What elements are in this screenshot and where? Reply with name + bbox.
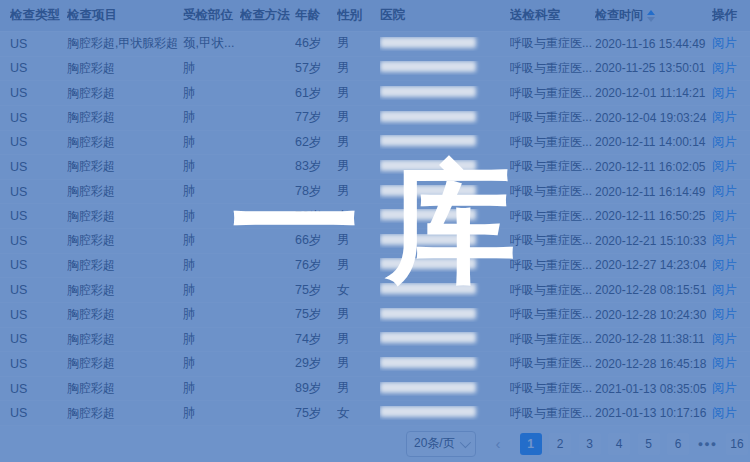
redacted-hospital-bar <box>380 61 476 72</box>
table-row: US胸腔彩超肺89岁男呼吸与重症医...2021-01-13 08:35:05阅… <box>0 377 750 402</box>
cell-action: 阅片 <box>712 257 750 274</box>
view-film-link[interactable]: 阅片 <box>712 258 737 272</box>
cell-part: 肺 <box>183 208 240 225</box>
cell-action: 阅片 <box>712 208 750 225</box>
page-ellipsis[interactable]: ●●● <box>697 433 719 455</box>
view-film-link[interactable]: 阅片 <box>712 61 737 75</box>
view-film-link[interactable]: 阅片 <box>712 283 737 297</box>
cell-type: US <box>10 37 67 51</box>
cell-item: 胸腔彩超 <box>67 158 183 175</box>
prev-page-button[interactable]: ‹ <box>490 433 506 455</box>
cell-gender: 男 <box>337 232 380 249</box>
view-film-link[interactable]: 阅片 <box>712 381 737 395</box>
page-button-2[interactable]: 2 <box>549 433 571 455</box>
cell-type: US <box>10 357 67 371</box>
cell-time: 2020-12-11 16:50:25 <box>595 209 712 223</box>
column-label: 医院 <box>380 8 405 22</box>
column-label: 受检部位 <box>183 8 233 22</box>
table-row: US胸腔彩超肺74岁男呼吸与重症医...2020-12-28 11:38:11阅… <box>0 328 750 353</box>
page-size-value: 20条/页 <box>414 435 455 452</box>
cell-action: 阅片 <box>712 158 750 175</box>
view-film-link[interactable]: 阅片 <box>712 110 737 124</box>
cell-time: 2020-12-28 16:45:18 <box>595 357 712 371</box>
page-button-3[interactable]: 3 <box>579 433 601 455</box>
view-film-link[interactable]: 阅片 <box>712 406 737 420</box>
view-film-link[interactable]: 阅片 <box>712 307 737 321</box>
view-film-link[interactable]: 阅片 <box>712 233 737 247</box>
view-film-link[interactable]: 阅片 <box>712 159 737 173</box>
page-button-6[interactable]: 6 <box>667 433 689 455</box>
cell-time: 2021-01-13 10:17:16 <box>595 406 712 420</box>
cell-item: 胸腔彩超 <box>67 380 183 397</box>
redacted-hospital-bar <box>380 234 476 245</box>
view-film-link[interactable]: 阅片 <box>712 36 737 50</box>
page-button-4[interactable]: 4 <box>608 433 630 455</box>
view-film-link[interactable]: 阅片 <box>712 184 737 198</box>
cell-type: US <box>10 406 67 420</box>
view-film-link[interactable]: 阅片 <box>712 135 737 149</box>
pagination-bar: 20条/页 ‹ 123456●●●16 <box>0 425 750 462</box>
cell-age: 61岁 <box>295 85 337 102</box>
table-row: US胸腔彩超肺61岁男呼吸与重症医...2020-12-01 11:14:21阅… <box>0 81 750 106</box>
column-label: 检查项目 <box>67 8 117 22</box>
cell-item: 胸腔彩超 <box>67 232 183 249</box>
cell-hospital <box>380 283 510 297</box>
column-header-item: 检查项目 <box>67 7 183 24</box>
cell-age: 76岁 <box>295 257 337 274</box>
cell-gender: 女 <box>337 405 380 422</box>
page-button-5[interactable]: 5 <box>638 433 660 455</box>
sort-caret-icon[interactable] <box>647 10 655 22</box>
cell-hospital <box>380 160 510 174</box>
cell-hospital <box>380 37 510 51</box>
cell-type: US <box>10 61 67 75</box>
cell-gender: 男 <box>337 331 380 348</box>
cell-action: 阅片 <box>712 232 750 249</box>
column-header-time[interactable]: 检查时间 <box>595 7 712 24</box>
cell-hospital <box>380 258 510 272</box>
cell-hospital <box>380 332 510 346</box>
cell-action: 阅片 <box>712 109 750 126</box>
cell-part: 肺 <box>183 85 240 102</box>
table-row: US胸腔彩超肺76岁男呼吸与重症医...2020-12-27 14:23:04阅… <box>0 254 750 279</box>
view-film-link[interactable]: 阅片 <box>712 209 737 223</box>
cell-time: 2021-01-13 08:35:05 <box>595 382 712 396</box>
view-film-link[interactable]: 阅片 <box>712 356 737 370</box>
table-row: US胸腔彩超肺76岁女呼吸与重症医...2020-12-11 16:50:25阅… <box>0 204 750 229</box>
cell-item: 胸腔彩超,甲状腺彩超 <box>67 35 183 52</box>
column-label: 检查类型 <box>10 8 60 22</box>
cell-type: US <box>10 382 67 396</box>
cell-type: US <box>10 283 67 297</box>
column-header-part: 受检部位 <box>183 7 240 24</box>
cell-hospital <box>380 406 510 420</box>
cell-item: 胸腔彩超 <box>67 183 183 200</box>
page-button-1[interactable]: 1 <box>520 433 542 455</box>
page-button-16[interactable]: 16 <box>726 433 748 455</box>
cell-age: 76岁 <box>295 208 337 225</box>
cell-age: 29岁 <box>295 355 337 372</box>
redacted-hospital-bar <box>380 332 476 343</box>
column-label: 检查方法 <box>240 8 290 22</box>
cell-gender: 男 <box>337 109 380 126</box>
chevron-down-icon <box>460 436 471 447</box>
cell-gender: 女 <box>337 208 380 225</box>
column-header-type: 检查类型 <box>10 7 67 24</box>
cell-gender: 男 <box>337 134 380 151</box>
cell-dept: 呼吸与重症医... <box>510 380 595 397</box>
cell-time: 2020-12-28 08:15:51 <box>595 283 712 297</box>
table-row: US胸腔彩超肺75岁女呼吸与重症医...2021-01-13 10:17:16阅… <box>0 401 750 425</box>
cell-part: 肺 <box>183 232 240 249</box>
view-film-link[interactable]: 阅片 <box>712 332 737 346</box>
cell-item: 胸腔彩超 <box>67 109 183 126</box>
cell-action: 阅片 <box>712 134 750 151</box>
cell-gender: 男 <box>337 60 380 77</box>
cell-action: 阅片 <box>712 306 750 323</box>
cell-dept: 呼吸与重症医... <box>510 355 595 372</box>
view-film-link[interactable]: 阅片 <box>712 86 737 100</box>
cell-item: 胸腔彩超 <box>67 331 183 348</box>
page-size-select[interactable]: 20条/页 <box>406 431 476 457</box>
cell-dept: 呼吸与重症医... <box>510 134 595 151</box>
redacted-hospital-bar <box>380 308 476 319</box>
cell-hospital <box>380 308 510 322</box>
cell-dept: 呼吸与重症医... <box>510 257 595 274</box>
column-header-hospital: 医院 <box>380 7 510 24</box>
